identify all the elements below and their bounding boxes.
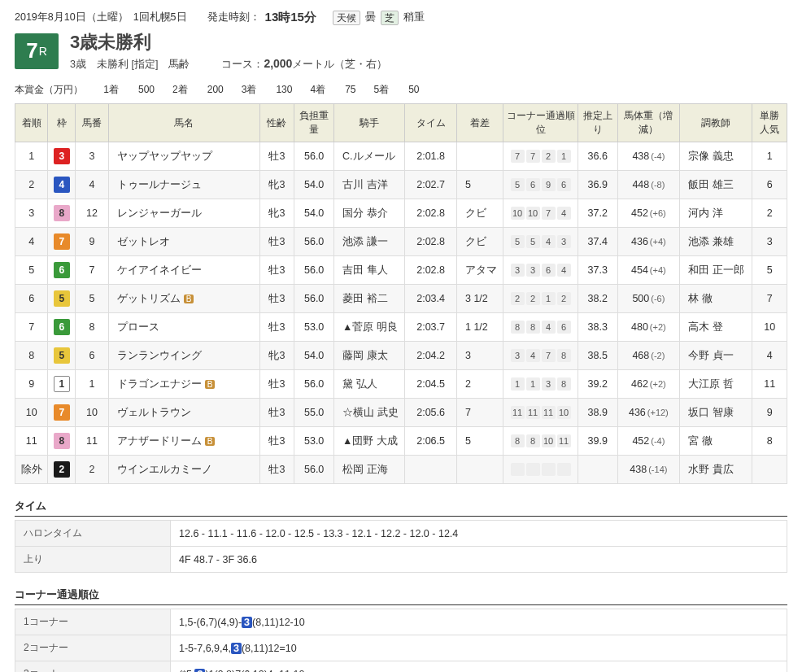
rank-cell: 5 bbox=[15, 256, 48, 285]
time-table: ハロンタイム 12.6 - 11.1 - 11.6 - 12.0 - 12.5 … bbox=[15, 520, 787, 573]
horse-name-cell: ケイアイネイビー bbox=[108, 256, 259, 285]
waku-badge: 2 bbox=[54, 461, 70, 478]
table-row: 9 1 1 ドラゴンエナジーB 牡3 56.0 黛 弘人 2:04.5 2 11… bbox=[15, 370, 787, 399]
time-section-title: タイム bbox=[15, 499, 787, 517]
column-header: 馬名 bbox=[108, 104, 259, 142]
race-header: 7R 3歳未勝利 3歳 未勝利 [指定] 馬齢 コース：2,000メートル（芝・… bbox=[15, 30, 787, 72]
column-header: 着順 bbox=[15, 104, 48, 142]
table-row: 8 5 6 ランランウイング 牝3 54.0 藤岡 康太 2:04.2 3 34… bbox=[15, 342, 787, 370]
race-meta: 2019年8月10日（土曜） 1回札幌5日 発走時刻： 13時15分 天候 曇 … bbox=[15, 10, 787, 25]
table-row: 4 7 9 ゼットレオ 牡3 56.0 池添 謙一 2:02.8 クビ 5543… bbox=[15, 228, 787, 256]
column-header: 馬体重（増減） bbox=[617, 104, 680, 142]
table-row: 11 8 11 アナザードリームB 牡3 53.0 ▲団野 大成 2:06.5 … bbox=[15, 427, 787, 456]
waku-badge: 6 bbox=[54, 319, 70, 335]
corner-pass: 11111110 bbox=[508, 406, 573, 419]
corner-pass: 3478 bbox=[508, 349, 573, 362]
agari-label: 上り bbox=[15, 547, 171, 573]
rank-cell: 4 bbox=[15, 228, 48, 256]
waku-badge: 5 bbox=[54, 290, 70, 307]
horse-number-cell: 12 bbox=[76, 199, 108, 228]
waku-badge: 6 bbox=[54, 262, 70, 278]
horse-name-cell: プロース bbox=[108, 313, 259, 342]
column-header: 推定上り bbox=[578, 104, 617, 142]
corner-label: 2コーナー bbox=[15, 635, 171, 661]
table-row: 7 6 8 プロース 牡3 53.0 ▲菅原 明良 2:03.7 1 1/2 8… bbox=[15, 313, 787, 342]
horse-number-cell: 1 bbox=[76, 370, 108, 399]
corner-value: 1-5-7,6,9,4,3(8,11)12=10 bbox=[171, 635, 787, 661]
table-row: 1 3 3 ヤップヤップヤップ 牡3 56.0 C.ルメール 2:01.8 77… bbox=[15, 142, 787, 171]
race-date: 2019年8月10日（土曜） bbox=[15, 11, 129, 24]
start-time: 13時15分 bbox=[265, 10, 316, 25]
horse-name-cell: ゲットリズムB bbox=[108, 285, 259, 313]
corner-row: 2コーナー 1-5-7,6,9,4,3(8,11)12=10 bbox=[15, 635, 787, 661]
rank-cell: 6 bbox=[15, 285, 48, 313]
corner-pass: 2212 bbox=[508, 292, 573, 305]
horse-number-cell: 7 bbox=[76, 256, 108, 285]
table-row: 5 6 7 ケイアイネイビー 牡3 56.0 吉田 隼人 2:02.8 アタマ … bbox=[15, 256, 787, 285]
blinker-icon: B bbox=[205, 380, 216, 389]
weather-label: 天候 bbox=[333, 11, 360, 25]
weather-value: 曇 bbox=[365, 11, 376, 24]
horse-number-cell: 11 bbox=[76, 427, 108, 456]
column-header: タイム bbox=[405, 104, 457, 142]
prize-item: 3着 130 bbox=[242, 83, 293, 97]
waku-badge: 8 bbox=[54, 433, 70, 449]
corner-value: 1,5-(6,7)(4,9)-3(8,11)12-10 bbox=[171, 609, 787, 635]
horse-name-cell: ヴェルトラウン bbox=[108, 399, 259, 427]
corner-row: 3コーナー (*5,3)1(9,8)7(6,12)4=11,10 bbox=[15, 661, 787, 673]
furlong-value: 12.6 - 11.1 - 11.6 - 12.0 - 12.5 - 13.3 … bbox=[171, 521, 787, 547]
corner-pass: 3364 bbox=[508, 264, 573, 277]
race-number: 7R bbox=[15, 33, 59, 69]
waku-badge: 4 bbox=[54, 177, 70, 193]
horse-name-cell: レンジャーガール bbox=[108, 199, 259, 228]
column-header: 単勝人気 bbox=[752, 104, 787, 142]
corner-label: 3コーナー bbox=[15, 661, 171, 673]
prize-item: 4着 75 bbox=[310, 83, 355, 97]
race-name: 3歳未勝利 bbox=[70, 30, 387, 55]
corner-pass: 5696 bbox=[508, 178, 573, 191]
column-header: 着差 bbox=[456, 104, 503, 142]
horse-name-cell: トゥールナージュ bbox=[108, 171, 259, 199]
column-header: コーナー通過順位 bbox=[503, 104, 578, 142]
horse-number-cell: 6 bbox=[76, 342, 108, 370]
horse-name-cell: ゼットレオ bbox=[108, 228, 259, 256]
rank-cell: 7 bbox=[15, 313, 48, 342]
rank-cell: 1 bbox=[15, 142, 48, 171]
horse-number-cell: 3 bbox=[76, 142, 108, 171]
corner-pass: 7721 bbox=[508, 150, 573, 163]
corner-pass bbox=[508, 463, 573, 476]
corner-pass: 1138 bbox=[508, 377, 573, 391]
corner-pass: 101074 bbox=[508, 207, 573, 220]
race-place: 1回札幌5日 bbox=[133, 11, 187, 24]
rank-cell: 除外 bbox=[15, 456, 48, 484]
waku-badge: 8 bbox=[54, 205, 70, 221]
column-header: 馬番 bbox=[76, 104, 108, 142]
horse-name-cell: ヤップヤップヤップ bbox=[108, 142, 259, 171]
corner-pass: 881011 bbox=[508, 434, 573, 447]
waku-badge: 7 bbox=[54, 233, 70, 250]
prize-line: 本賞金（万円） 1着 5002着 2003着 1304着 755着 50 bbox=[15, 83, 787, 97]
start-label: 発走時刻： bbox=[207, 11, 260, 24]
column-header: 枠 bbox=[48, 104, 76, 142]
prize-item: 1着 500 bbox=[103, 83, 155, 97]
table-row: 除外 2 2 ウインエルカミーノ 牡3 56.0 松岡 正海 438(-14) … bbox=[15, 456, 787, 484]
horse-number-cell: 4 bbox=[76, 171, 108, 199]
corner-row: 1コーナー 1,5-(6,7)(4,9)-3(8,11)12-10 bbox=[15, 609, 787, 635]
horse-number-cell: 2 bbox=[76, 456, 108, 484]
horse-name-cell: アナザードリームB bbox=[108, 427, 259, 456]
rank-cell: 8 bbox=[15, 342, 48, 370]
column-header: 性齢 bbox=[259, 104, 294, 142]
prize-item: 2着 200 bbox=[172, 83, 224, 97]
waku-badge: 5 bbox=[54, 347, 70, 364]
horse-name-cell: ランランウイング bbox=[108, 342, 259, 370]
furlong-label: ハロンタイム bbox=[15, 521, 171, 547]
column-header: 負担重量 bbox=[294, 104, 334, 142]
corner-pass: 5543 bbox=[508, 235, 573, 248]
corner-label: 1コーナー bbox=[15, 609, 171, 635]
table-row: 3 8 12 レンジャーガール 牝3 54.0 国分 恭介 2:02.8 クビ … bbox=[15, 199, 787, 228]
race-subinfo: 3歳 未勝利 [指定] 馬齢 コース：2,000メートル（芝・右） bbox=[70, 57, 387, 72]
rank-cell: 9 bbox=[15, 370, 48, 399]
waku-badge: 3 bbox=[54, 148, 70, 164]
track-label: 芝 bbox=[381, 11, 399, 25]
column-header: 騎手 bbox=[334, 104, 405, 142]
